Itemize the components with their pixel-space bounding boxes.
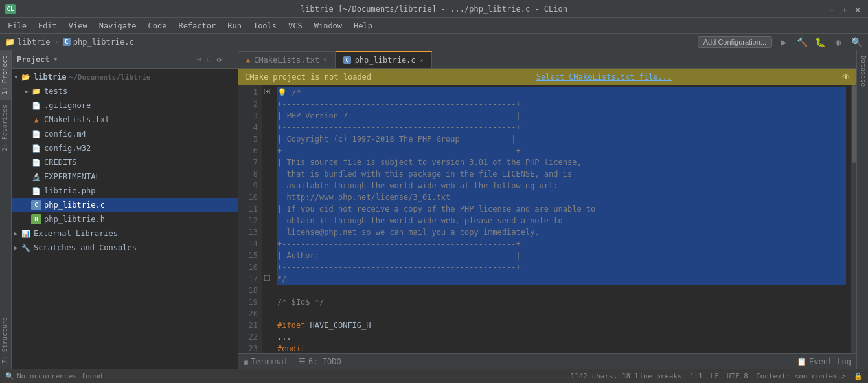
breadcrumb-file-label: php_libtrie.c: [73, 38, 134, 47]
menu-code[interactable]: Code: [143, 20, 172, 32]
menu-help[interactable]: Help: [348, 20, 378, 32]
line-num-21: 21: [238, 320, 258, 331]
sidebar-item-favorites[interactable]: 2: Favorites: [0, 100, 11, 157]
menu-file[interactable]: File: [3, 20, 32, 32]
code-line-14: +---------------------------------------…: [277, 238, 846, 250]
code-line-18: [277, 285, 846, 296]
menu-window[interactable]: Window: [309, 20, 347, 32]
menu-vcs[interactable]: VCS: [283, 20, 308, 32]
scroll-thumb[interactable]: [852, 85, 856, 163]
c-file-icon: C: [31, 200, 41, 210]
tree-label-scratches-consoles: Scratches and Consoles: [34, 243, 137, 252]
tree-item-tests[interactable]: ▶ 📁 tests: [12, 84, 238, 98]
menu-run[interactable]: Run: [222, 20, 247, 32]
left-sidebar-tabs: 1: Project 2: Favorites 7: Structure: [0, 50, 12, 369]
line-num-15: 15: [238, 250, 258, 261]
terminal-tab[interactable]: ▣ Terminal: [244, 357, 288, 366]
menu-navigate[interactable]: Navigate: [94, 20, 142, 32]
tree-item-libtrie-php[interactable]: ▶ 📄 libtrie.php: [12, 184, 238, 198]
tree-item-gitignore[interactable]: ▶ 📄 .gitignore: [12, 98, 238, 113]
context-info: Context: <no context>: [756, 372, 846, 380]
tree-item-php-libtrie-c[interactable]: ▶ C php_libtrie.c: [12, 198, 238, 212]
tree-label-php-libtrie-c: php_libtrie.c: [44, 201, 105, 210]
minimize-button[interactable]: −: [829, 5, 837, 13]
tree-item-config-m4[interactable]: ▶ 📄 config.m4: [12, 127, 238, 141]
external-libraries-icon: 📊: [21, 228, 31, 239]
sidebar-item-structure[interactable]: 7: Structure: [0, 312, 11, 369]
line-num-22: 22: [238, 331, 258, 343]
code-line-8: that is bundled with this package in the…: [277, 168, 846, 180]
code-editor: 1 2 3 4 5 6 7 8 9 10 11 12 13 14 15 16 1…: [238, 85, 856, 353]
file-icon-gitignore: 📄: [31, 100, 41, 111]
panel-minimize-button[interactable]: −: [225, 55, 233, 64]
tree-label-php-libtrie-h: php_libtrie.h: [44, 215, 105, 224]
tree-item-experimental[interactable]: ▶ 🔬 EXPERIMENTAL: [12, 170, 238, 184]
breadcrumb-file[interactable]: C php_libtrie.c: [63, 38, 134, 47]
code-line-12: obtain it through the world-wide-web, pl…: [277, 215, 846, 226]
event-log-tab[interactable]: 📋 Event Log: [797, 357, 851, 366]
tree-item-scratches-consoles[interactable]: ▶ 🔧 Scratches and Consoles: [12, 241, 238, 255]
line-num-20: 20: [238, 308, 258, 320]
tree-label-external-libraries: External Libraries: [34, 229, 118, 238]
tree-label-experimental: EXPERIMENTAL: [44, 172, 100, 181]
breadcrumb-separator: ›: [54, 38, 59, 47]
eye-icon[interactable]: 👁: [842, 72, 850, 82]
tree-item-php-libtrie-h[interactable]: ▶ H php_libtrie.h: [12, 212, 238, 226]
fold-marker-17[interactable]: [263, 272, 271, 283]
panel-dropdown-arrow[interactable]: ▾: [54, 55, 58, 63]
c-tab-close[interactable]: ×: [420, 57, 424, 64]
sidebar-item-project[interactable]: 1: Project: [0, 50, 11, 100]
debug-button[interactable]: 🐛: [814, 36, 827, 49]
encoding[interactable]: UTF-8: [727, 372, 748, 380]
menu-refactor[interactable]: Refactor: [173, 20, 221, 32]
code-line-22: ...: [277, 331, 846, 343]
menu-bar: File Edit View Navigate Code Refactor Ru…: [0, 18, 868, 34]
tab-php-libtrie[interactable]: C php_libtrie.c ×: [336, 51, 431, 68]
tab-cmakelists[interactable]: ▲ CMakeLists.txt ×: [238, 51, 336, 68]
menu-edit[interactable]: Edit: [33, 20, 62, 32]
code-line-3: | PHP Version 7 |: [277, 110, 846, 122]
fold-marker-1[interactable]: [263, 85, 271, 97]
add-configuration-button[interactable]: Add Configuration...: [698, 36, 772, 48]
tree-label-libtrie-php: libtrie.php: [44, 186, 95, 195]
breadcrumb-libtrie-label: libtrie: [17, 38, 51, 47]
panel-settings-button[interactable]: ⚙: [216, 55, 223, 64]
line-num-17: 17: [238, 273, 258, 285]
expand-arrow: ▼: [14, 74, 19, 80]
line-num-5: 5: [238, 133, 258, 145]
database-tab[interactable]: Database: [857, 50, 868, 92]
cmake-tab-close[interactable]: ×: [323, 56, 327, 63]
cmake-tab-label: CMakeLists.txt: [254, 56, 319, 65]
build-button[interactable]: 🔨: [795, 36, 808, 49]
php-icon: 📄: [31, 186, 41, 196]
run-button[interactable]: ▶: [777, 36, 790, 49]
close-button[interactable]: ×: [855, 5, 863, 13]
tree-item-external-libraries[interactable]: ▶ 📊 External Libraries: [12, 226, 238, 241]
expand-arrow: ▶: [14, 230, 19, 237]
coverage-button[interactable]: ◉: [832, 36, 845, 49]
tree-item-credits[interactable]: ▶ 📄 CREDITS: [12, 155, 238, 170]
menu-tools[interactable]: Tools: [248, 20, 282, 32]
tree-item-libtrie-root[interactable]: ▼ 📂 libtrie ~/Documents/libtrie: [12, 70, 238, 84]
line-separator[interactable]: LF: [711, 372, 719, 380]
code-line-9: available through the world-wide-web at …: [277, 180, 846, 192]
toolbar-bar: 📁 libtrie › C php_libtrie.c Add Configur…: [0, 34, 868, 50]
tree-label-config-w32: config.w32: [44, 144, 91, 153]
cmake-select-link[interactable]: Select CMakeLists.txt file...: [536, 72, 672, 82]
tree-item-cmakelists[interactable]: ▶ ▲ CMakeLists.txt: [12, 113, 238, 127]
line-num-12: 12: [238, 215, 258, 226]
sync-files-button[interactable]: ⊙: [196, 55, 203, 64]
right-sidebar: Database: [856, 50, 868, 369]
search-everywhere-button[interactable]: 🔍: [850, 36, 863, 49]
terminal-label: Terminal: [251, 357, 288, 366]
menu-view[interactable]: View: [63, 20, 93, 32]
todo-tab[interactable]: ☰ 6: TODO: [299, 357, 341, 366]
breadcrumb-libtrie[interactable]: 📁 libtrie: [5, 38, 51, 47]
maximize-button[interactable]: +: [842, 5, 850, 13]
cmake-warning-message: CMake project is not loaded: [245, 72, 371, 82]
code-line-15: | Author: |: [277, 250, 846, 261]
editor-scrollbar[interactable]: [851, 85, 856, 353]
collapse-all-button[interactable]: ⊟: [205, 55, 212, 64]
code-content[interactable]: 💡 /* +----------------------------------…: [272, 85, 851, 353]
tree-item-config-w32[interactable]: ▶ 📄 config.w32: [12, 141, 238, 155]
